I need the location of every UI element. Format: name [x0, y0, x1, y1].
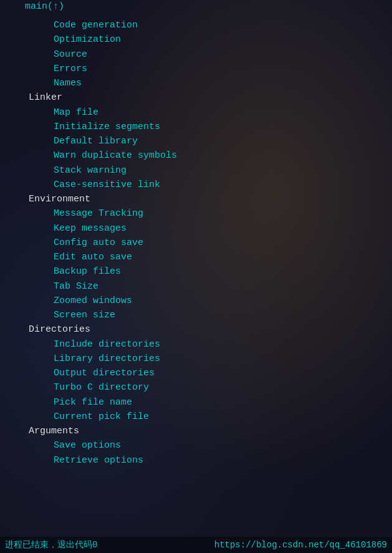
menu-item-keep-messages[interactable]: Keep messages — [0, 221, 392, 236]
menu-item-environment[interactable]: Environment — [0, 192, 392, 206]
menu-item-screen-size[interactable]: Screen size — [0, 308, 392, 322]
menu-item-arguments[interactable]: Arguments — [0, 424, 392, 438]
menu-item-errors[interactable]: Errors — [0, 62, 392, 76]
menu-item-source[interactable]: Source — [0, 47, 392, 62]
url-label: https://blog.csdn.net/qq_46101869 — [214, 540, 387, 550]
menu-item-save-options[interactable]: Save options — [0, 438, 392, 453]
menu-container: Code generationOptimizationSourceErrorsN… — [0, 13, 392, 470]
process-status: 进程已结束，退出代码0 — [5, 539, 97, 551]
menu-item-pick-file-name[interactable]: Pick file name — [0, 395, 392, 410]
bottom-bar: 进程已结束，退出代码0 https://blog.csdn.net/qq_461… — [0, 537, 392, 553]
menu-item-default-library[interactable]: Default library — [0, 134, 392, 148]
menu-item-library-directories[interactable]: Library directories — [0, 352, 392, 366]
status-line: 进程已结束，退出代码0 https://blog.csdn.net/qq_461… — [0, 537, 392, 553]
menu-item-zoomed-windows[interactable]: Zoomed windows — [0, 294, 392, 308]
menu-item-turbo-c-directory[interactable]: Turbo C directory — [0, 380, 392, 395]
menu-item-linker[interactable]: Linker — [0, 90, 392, 105]
menu-item-retrieve-options[interactable]: Retrieve options — [0, 453, 392, 468]
menu-item-map-file[interactable]: Map file — [0, 105, 392, 120]
menu-item-edit-auto-save[interactable]: Edit auto save — [0, 250, 392, 264]
menu-item-current-pick-file[interactable]: Current pick file — [0, 410, 392, 424]
menu-item-tab-size[interactable]: Tab Size — [0, 279, 392, 294]
menu-item-output-directories[interactable]: Output directories — [0, 366, 392, 380]
menu-item-optimization[interactable]: Optimization — [0, 32, 392, 47]
menu-item-backup-files[interactable]: Backup files — [0, 264, 392, 279]
menu-item-stack-warning[interactable]: Stack warning — [0, 163, 392, 178]
menu-item-names[interactable]: Names — [0, 76, 392, 90]
menu-item-message-tracking[interactable]: Message Tracking — [0, 206, 392, 221]
top-label: main(↑) — [0, 0, 392, 13]
menu-item-config-auto-save[interactable]: Config auto save — [0, 236, 392, 250]
menu-item-warn-duplicate-symbols[interactable]: Warn duplicate symbols — [0, 148, 392, 163]
menu-item-code-generation[interactable]: Code generation — [0, 18, 392, 32]
menu-item-include-directories[interactable]: Include directories — [0, 337, 392, 352]
menu-item-initialize-segments[interactable]: Initialize segments — [0, 120, 392, 134]
menu-item-case-sensitive-link[interactable]: Case-sensitive link — [0, 178, 392, 192]
menu-item-directories[interactable]: Directories — [0, 322, 392, 337]
